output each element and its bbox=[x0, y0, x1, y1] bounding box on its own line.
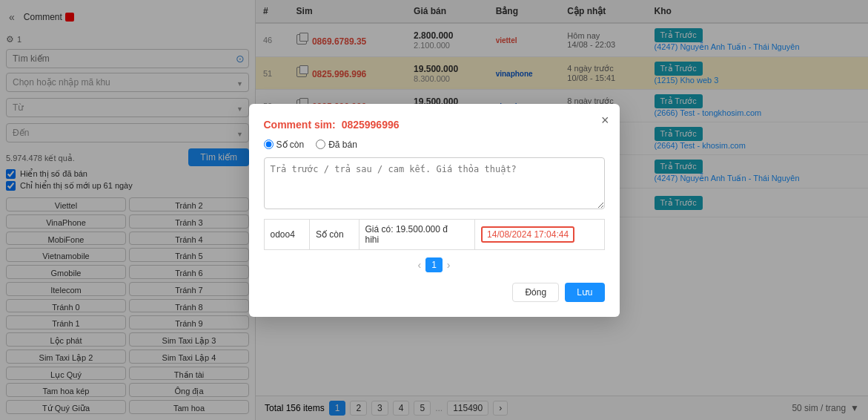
modal-overlay[interactable]: Comment sim: 0825996996 × Số còn Đã bán bbox=[0, 0, 868, 420]
modal-title: Comment sim: 0825996996 bbox=[264, 119, 605, 131]
radio-so-con[interactable]: Số còn bbox=[264, 140, 305, 150]
modal-history-table: odoo4 Số còn Giá có: 19.500.000 đ hihi 1… bbox=[264, 219, 605, 250]
radio-so-con-label: Số còn bbox=[276, 140, 305, 150]
radio-da-ban-label: Đã bán bbox=[328, 140, 357, 150]
modal-date-highlight: 14/08/2024 17:04:44 bbox=[481, 226, 574, 243]
radio-group: Số còn Đã bán bbox=[264, 140, 605, 150]
modal-sim-number: 0825996996 bbox=[342, 119, 400, 131]
modal-prev-page[interactable]: ‹ bbox=[417, 259, 421, 271]
modal-dong-button[interactable]: Đóng bbox=[512, 283, 559, 302]
modal-date: 14/08/2024 17:04:44 bbox=[475, 219, 604, 249]
modal-price: Giá có: 19.500.000 đ hihi bbox=[359, 219, 475, 249]
modal-next-page[interactable]: › bbox=[447, 259, 451, 271]
modal-textarea[interactable] bbox=[264, 157, 605, 209]
radio-da-ban[interactable]: Đã bán bbox=[316, 140, 357, 150]
modal-title-text: Comment sim: bbox=[264, 119, 336, 131]
comment-modal: Comment sim: 0825996996 × Số còn Đã bán bbox=[249, 104, 620, 317]
radio-da-ban-input[interactable] bbox=[316, 140, 325, 149]
modal-history-row: odoo4 Số còn Giá có: 19.500.000 đ hihi 1… bbox=[264, 219, 604, 249]
radio-so-con-input[interactable] bbox=[264, 140, 274, 149]
modal-close-button[interactable]: × bbox=[601, 113, 609, 128]
modal-pagination: ‹ 1 › bbox=[264, 257, 605, 272]
modal-status: Số còn bbox=[309, 219, 359, 249]
modal-page-1[interactable]: 1 bbox=[425, 257, 443, 272]
modal-user: odoo4 bbox=[264, 219, 309, 249]
modal-luu-button[interactable]: Lưu bbox=[565, 283, 604, 302]
modal-footer: Đóng Lưu bbox=[264, 283, 605, 302]
app-container: « Comment ⚙ 1 ⊙ Chọn hoặc nhập mã khu Từ bbox=[0, 0, 868, 420]
